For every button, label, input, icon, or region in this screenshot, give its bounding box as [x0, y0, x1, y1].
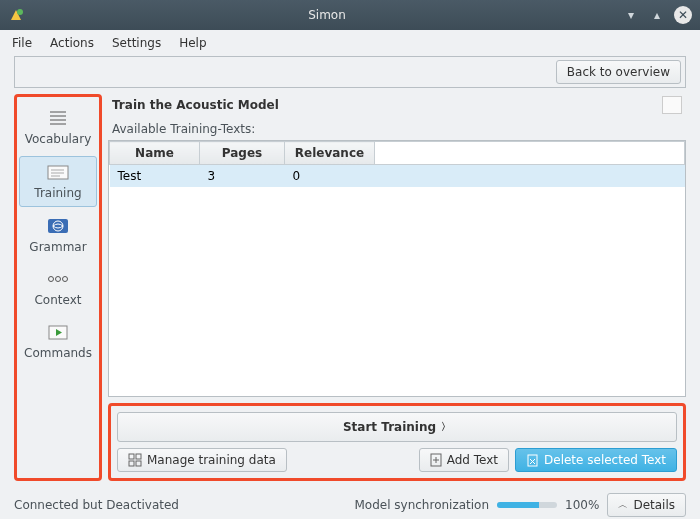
- grammar-icon: [44, 215, 72, 237]
- svg-rect-18: [136, 454, 141, 459]
- action-box: Start Training 〉 Manage training data Ad…: [108, 403, 686, 481]
- sidebar: Vocabulary Training Grammar: [14, 94, 102, 481]
- sync-progress: [497, 502, 557, 508]
- training-icon: [44, 161, 72, 183]
- menu-help[interactable]: Help: [179, 36, 206, 50]
- svg-point-12: [49, 277, 54, 282]
- sidebar-item-context[interactable]: Context: [19, 264, 97, 313]
- col-pages[interactable]: Pages: [200, 142, 285, 165]
- add-icon: [430, 453, 442, 467]
- cell-relevance: 0: [285, 165, 375, 188]
- sidebar-item-training[interactable]: Training: [19, 156, 97, 207]
- svg-point-14: [63, 277, 68, 282]
- main-panel: Train the Acoustic Model Available Train…: [108, 94, 686, 481]
- close-button[interactable]: ✕: [674, 6, 692, 24]
- delete-selected-text-button[interactable]: Delete selected Text: [515, 448, 677, 472]
- vocabulary-icon: [44, 107, 72, 129]
- window-title: Simon: [32, 8, 622, 22]
- svg-point-13: [56, 277, 61, 282]
- sidebar-item-commands[interactable]: Commands: [19, 317, 97, 366]
- cell-pages: 3: [200, 165, 285, 188]
- sidebar-item-label: Context: [34, 293, 81, 307]
- svg-rect-19: [129, 461, 134, 466]
- delete-icon: [526, 454, 539, 467]
- minimize-button[interactable]: ▾: [622, 6, 640, 24]
- svg-rect-17: [129, 454, 134, 459]
- back-to-overview-button[interactable]: Back to overview: [556, 60, 681, 84]
- sidebar-item-grammar[interactable]: Grammar: [19, 211, 97, 260]
- statusbar: Connected but Deactivated Model synchron…: [0, 491, 700, 519]
- chevron-right-icon: 〉: [441, 420, 451, 434]
- sync-label: Model synchronization: [354, 498, 489, 512]
- menu-file[interactable]: File: [12, 36, 32, 50]
- panel-heading: Train the Acoustic Model: [112, 98, 279, 112]
- cell-name: Test: [110, 165, 200, 188]
- overview-bar: Back to overview: [14, 56, 686, 88]
- col-relevance[interactable]: Relevance: [285, 142, 375, 165]
- svg-rect-20: [136, 461, 141, 466]
- manage-icon: [128, 453, 142, 467]
- add-text-button[interactable]: Add Text: [419, 448, 509, 472]
- sidebar-item-vocabulary[interactable]: Vocabulary: [19, 103, 97, 152]
- panel-subheading: Available Training-Texts:: [108, 122, 686, 140]
- svg-rect-24: [528, 455, 537, 466]
- manage-training-data-button[interactable]: Manage training data: [117, 448, 287, 472]
- details-button[interactable]: ︿ Details: [607, 493, 686, 517]
- start-training-button[interactable]: Start Training 〉: [117, 412, 677, 442]
- connection-status: Connected but Deactivated: [14, 498, 179, 512]
- calendar-icon[interactable]: [662, 96, 682, 114]
- maximize-button[interactable]: ▴: [648, 6, 666, 24]
- sidebar-item-label: Vocabulary: [25, 132, 92, 146]
- sidebar-item-label: Grammar: [29, 240, 86, 254]
- titlebar: Simon ▾ ▴ ✕: [0, 0, 700, 30]
- menu-actions[interactable]: Actions: [50, 36, 94, 50]
- context-icon: [44, 268, 72, 290]
- chevron-up-icon: ︿: [618, 498, 628, 512]
- menubar: File Actions Settings Help: [0, 30, 700, 56]
- commands-icon: [44, 321, 72, 343]
- sidebar-item-label: Commands: [24, 346, 92, 360]
- menu-settings[interactable]: Settings: [112, 36, 161, 50]
- svg-point-1: [17, 9, 23, 15]
- sidebar-item-label: Training: [34, 186, 81, 200]
- training-texts-table: Name Pages Relevance Test 3 0: [108, 140, 686, 397]
- app-icon: [8, 7, 24, 23]
- sync-percent: 100%: [565, 498, 599, 512]
- col-name[interactable]: Name: [110, 142, 200, 165]
- table-row[interactable]: Test 3 0: [110, 165, 685, 188]
